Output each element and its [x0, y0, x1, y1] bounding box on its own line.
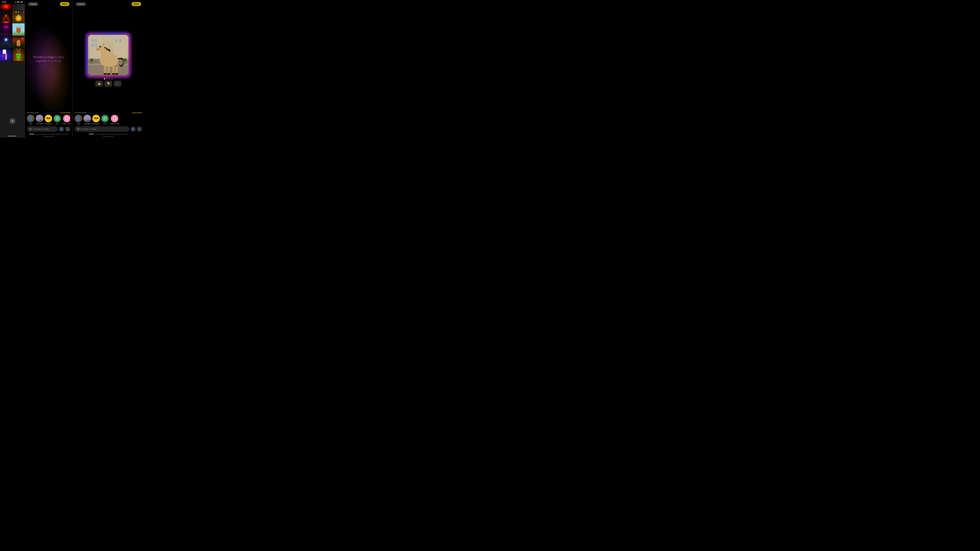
suggestions-section-2: SUGGESTIONS SHOW MORE 👤 Jake Mountains [73, 111, 144, 125]
svg-point-22 [97, 49, 98, 50]
suggestion-scifi[interactable]: 🛸 Sci-fi [53, 115, 61, 124]
suggestion-name-flowercrown: Flower Crown [62, 123, 70, 124]
playground-horse-main: 👍 👎 ••• [73, 7, 144, 111]
feedback-row: 👍 👎 ••• [95, 81, 121, 87]
horse-image-container [87, 34, 129, 76]
suggestion-jake-2[interactable]: 👤 Jake [75, 115, 82, 124]
suggestion-name-mountains-2: Mountains [84, 123, 91, 124]
svg-point-38 [78, 129, 79, 129]
suggestion-scifi-2[interactable]: 🛸 Sci-fi [101, 115, 109, 124]
suggestion-sunglasses-2[interactable]: 😎 Sunglasses [92, 115, 100, 124]
input-row: Describe an image [25, 125, 72, 133]
beta-disclaimer: BETA Image Playground may create unexpec… [25, 133, 72, 136]
suggestion-name-jake: Jake [29, 123, 32, 124]
dot-1[interactable] [104, 78, 105, 79]
suggestion-name-sunglasses: Sunglasses [45, 123, 52, 124]
avatar-scifi-2: 🛸 [101, 115, 109, 122]
beta-badge: BETA [29, 133, 35, 135]
suggestion-flowercrown[interactable]: 🌸 Flower Crown [62, 115, 70, 124]
playground-header: Cancel Done [25, 0, 72, 7]
suggestion-mountains[interactable]: Mountains [36, 115, 43, 124]
playground-horse-header: Cancel Done [73, 0, 144, 7]
text-input-container[interactable]: Describe an image [27, 126, 57, 132]
signal-icon: ●● [15, 1, 16, 3]
person-button-2[interactable] [130, 127, 135, 132]
beta-text-2: Image Playground may create unexpected r… [95, 133, 128, 135]
show-more-button-2[interactable]: SHOW MORE [132, 112, 142, 113]
cancel-button-2[interactable]: Cancel [75, 2, 86, 6]
person-icon [60, 128, 63, 130]
photo-thumbnail[interactable] [0, 49, 12, 61]
prompt-from: from the list. [48, 59, 62, 62]
show-more-button[interactable]: SHOW MORE [60, 112, 70, 113]
photo-thumbnail[interactable] [13, 11, 25, 23]
dot-4[interactable] [111, 78, 113, 79]
input-row-2: Describe an image [73, 125, 144, 133]
suggestion-name-sunglasses-2: Sunglasses [92, 123, 100, 124]
suggestions-header: SUGGESTIONS SHOW MORE [27, 112, 70, 113]
beta-text: Image Playground may create unexpected r… [35, 133, 68, 135]
add-button[interactable] [65, 127, 70, 132]
dot-3[interactable] [109, 78, 110, 79]
svg-rect-10 [95, 44, 97, 47]
status-bar: 11:28 ●● WiFi 96 [0, 0, 25, 4]
done-button[interactable]: Done [60, 2, 69, 6]
horse-svg [88, 35, 129, 75]
horse-image [88, 35, 129, 75]
photo-thumbnail[interactable] [0, 23, 12, 36]
suggestion-name-scifi: Sci-fi [56, 123, 59, 124]
svg-point-19 [96, 48, 100, 51]
avatar-sunglasses-2: 😎 [92, 115, 100, 122]
photo-thumbnail[interactable] [13, 23, 25, 36]
suggestions-row-2: 👤 Jake Mountains 😎 Sunglasses [75, 115, 142, 124]
done-button-2[interactable]: Done [132, 2, 141, 6]
playground-main-area: Describe an image or add a suggestion fr… [25, 7, 72, 111]
avatar-flowercrown: 🌸 [63, 115, 70, 122]
thumbsup-icon: 👍 [97, 82, 101, 85]
photo-thumbnail[interactable] [0, 36, 12, 48]
add-icon-2 [138, 127, 140, 131]
more-icon: ••• [116, 83, 119, 84]
dot-2[interactable] [107, 78, 108, 79]
bottom-bar-2 [103, 136, 113, 137]
prompt-text: Describe an image or add a suggestion fr… [27, 55, 70, 63]
photo-thumbnail[interactable] [0, 11, 12, 23]
suggestion-sunglasses[interactable]: 😎 Sunglasses [45, 115, 52, 124]
thumbsup-button[interactable]: 👍 [95, 81, 103, 87]
photo-grid [0, 4, 25, 61]
text-input-container-2[interactable]: Describe an image [75, 126, 129, 132]
beta-disclaimer-2: BETA Image Playground may create unexpec… [73, 133, 144, 136]
suggestion-mountains-2[interactable]: Mountains [83, 115, 91, 124]
beta-badge-2: BETA [89, 133, 94, 135]
add-button-2[interactable] [137, 127, 142, 132]
playground-icon-2 [77, 127, 80, 130]
photo-thumbnail[interactable] [13, 36, 25, 48]
suggestions-header-2: SUGGESTIONS SHOW MORE [75, 112, 142, 113]
add-photo-button[interactable] [10, 118, 15, 124]
avatar-mountains-2 [83, 115, 91, 122]
thumbsdown-button[interactable]: 👎 [105, 81, 112, 87]
svg-point-21 [100, 46, 101, 47]
plus-icon [11, 119, 13, 123]
suggestion-flowercrown-2[interactable]: 🌸 Flower Crown [110, 115, 119, 124]
prompt-describe: Describe an image [33, 56, 54, 59]
more-options-button[interactable]: ••• [114, 81, 121, 87]
svg-rect-13 [119, 39, 121, 42]
svg-rect-7 [91, 39, 94, 42]
photo-thumbnail[interactable] [13, 49, 25, 61]
bottom-bar [43, 136, 54, 137]
svg-point-36 [123, 59, 127, 62]
photo-thumbnail[interactable] [0, 4, 12, 11]
suggestion-name-flowercrown-2: Flower Crown [110, 123, 119, 124]
thumbsdown-icon: 👎 [107, 82, 110, 85]
cancel-button[interactable]: Cancel [28, 2, 38, 6]
prompt-or: or add a [55, 56, 64, 59]
suggestion-name-jake-2: Jake [77, 123, 80, 124]
photo-thumbnail[interactable] [13, 4, 25, 11]
status-icons: ●● WiFi 96 [15, 1, 23, 3]
suggestions-label-2: SUGGESTIONS [75, 112, 87, 113]
image-playground-horse-panel: Cancel Done [73, 0, 144, 138]
person-button[interactable] [59, 127, 64, 132]
suggestion-jake[interactable]: 👤 Jake [27, 115, 35, 124]
avatar-mountains [36, 115, 43, 122]
